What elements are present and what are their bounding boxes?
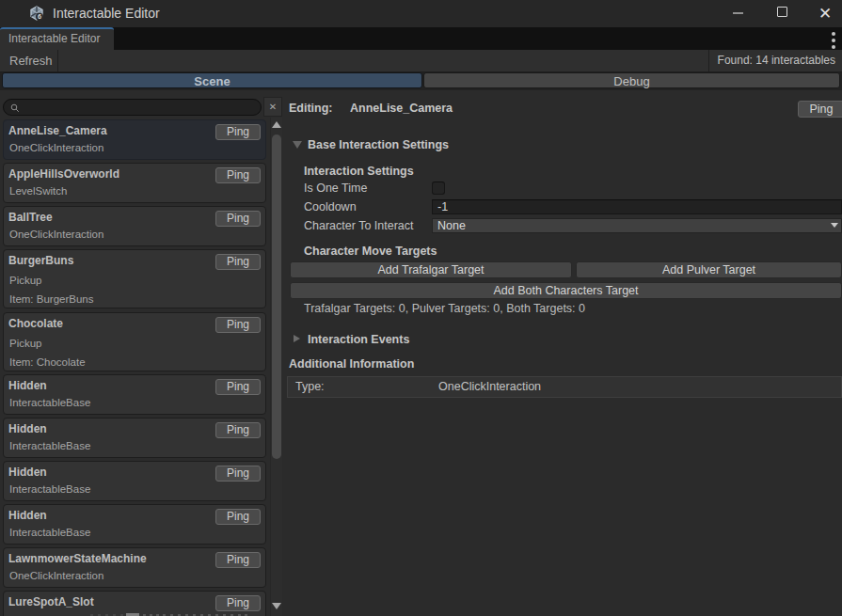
- svg-text:6: 6: [38, 12, 41, 21]
